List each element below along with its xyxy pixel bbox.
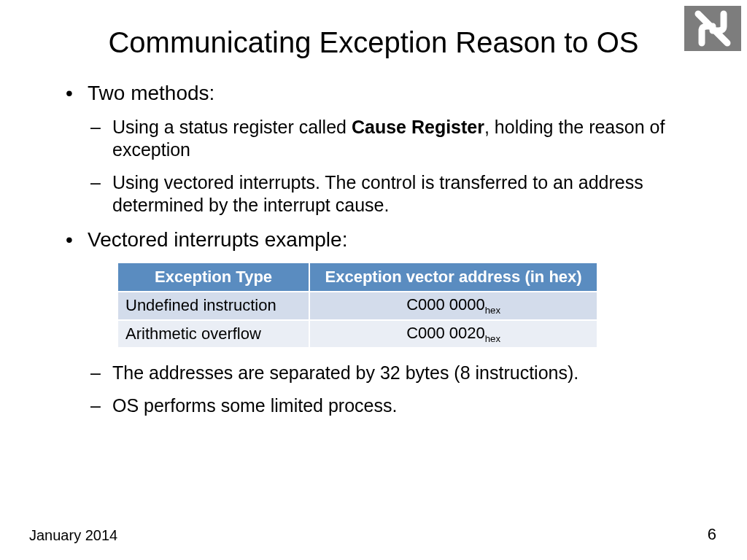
cell-type: Arithmetic overflow xyxy=(117,320,309,348)
table-header-row: Exception Type Exception vector address … xyxy=(117,262,597,292)
cell-address: C000 0000hex xyxy=(309,292,597,319)
cell-address: C000 0020hex xyxy=(309,320,597,348)
addr-value: C000 0000 xyxy=(406,295,485,314)
footer-date: January 2014 xyxy=(29,527,117,544)
table-row: Arithmetic overflow C000 0020hex xyxy=(117,320,597,348)
cell-type: Undefined instruction xyxy=(117,292,309,319)
bullet-vectored-interrupts: Using vectored interrupts. The control i… xyxy=(90,171,711,217)
footer-page-number: 6 xyxy=(708,525,716,544)
addr-suffix: hex xyxy=(485,333,500,344)
addr-value: C000 0020 xyxy=(406,324,485,342)
bullet-two-methods: Two methods: xyxy=(66,81,711,106)
bullet-example-heading: Vectored interrupts example: xyxy=(66,228,711,252)
addr-suffix: hex xyxy=(485,306,500,316)
bold-text: Cause Register xyxy=(352,117,484,137)
col-header-address: Exception vector address (in hex) xyxy=(309,262,597,292)
table-row: Undefined instruction C000 0000hex xyxy=(117,292,597,319)
slide-title: Communicating Exception Reason to OS xyxy=(36,26,711,59)
slide: Communicating Exception Reason to OS Two… xyxy=(0,0,747,560)
bullet-cause-register: Using a status register called Cause Reg… xyxy=(90,116,711,162)
institution-logo xyxy=(684,6,741,51)
text: Using a status register called xyxy=(112,117,352,137)
exception-table: Exception Type Exception vector address … xyxy=(117,262,598,349)
col-header-type: Exception Type xyxy=(117,262,309,292)
aleph-icon xyxy=(691,10,735,47)
bullet-os-process: OS performs some limited process. xyxy=(90,394,711,417)
slide-body: Two methods: Using a status register cal… xyxy=(36,81,711,417)
bullet-address-separation: The addresses are separated by 32 bytes … xyxy=(90,362,711,384)
